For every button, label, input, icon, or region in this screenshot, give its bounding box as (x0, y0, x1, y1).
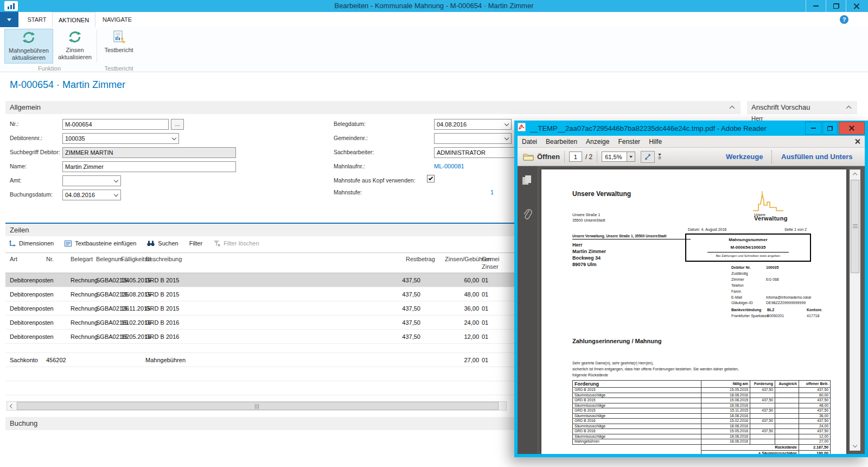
chevron-up-icon (853, 173, 857, 177)
amt-value (63, 176, 120, 179)
debitorennr-combo[interactable]: 100035 (62, 133, 179, 144)
application-menu-button[interactable] (0, 12, 18, 27)
pdf-blz-value: 50050201 (767, 313, 807, 319)
scroll-down-button[interactable] (850, 441, 860, 449)
collapse-icon[interactable] (730, 106, 735, 111)
pdf-addr-line: Bockweg 34 (572, 255, 606, 261)
page-number-input[interactable] (569, 152, 582, 162)
testbericht-button[interactable]: ★★ Testbericht (100, 29, 138, 64)
col-gemeinde[interactable]: Gemei (482, 256, 499, 262)
filter-button[interactable]: Filter (189, 240, 202, 247)
menu-datei[interactable]: Datei (518, 138, 541, 146)
sachbearbeiter-field[interactable] (434, 147, 521, 158)
open-button[interactable]: Öffnen (537, 153, 560, 161)
werkzeuge-button[interactable]: Werkzeuge (726, 153, 763, 161)
mahngebuehren-aktualisieren-button[interactable]: Mahngebühren aktualisieren (4, 29, 53, 64)
textbausteine-button[interactable]: Textbausteine einfügen (65, 240, 136, 247)
pdf-info-value: DE98ZZZ09999999999 (766, 301, 806, 305)
cell-beschreibung: Mahngebühren (145, 357, 186, 363)
col-restbetrag[interactable]: Restbetrag (406, 256, 435, 262)
menu-anzeige[interactable]: Anzeige (582, 138, 614, 146)
pdf-datum: Datum: 4. August 2016 (688, 228, 726, 231)
cell-gemeinde: 01 (482, 357, 488, 363)
chevron-left-icon (9, 403, 14, 408)
minimize-icon (811, 128, 816, 129)
restore-button[interactable] (822, 122, 838, 135)
cell-belegart: Rechnung (71, 305, 98, 312)
belegdatum-value: 04.08.2016 (435, 119, 511, 129)
suchen-button[interactable]: Suchen (147, 240, 178, 247)
col-nr[interactable]: Nr. (46, 256, 54, 262)
menu-fenster[interactable]: Fenster (614, 138, 644, 146)
section-header-anschrift-vorschau[interactable]: Anschrift Vorschau (747, 101, 857, 114)
toolbar-label: Filter (189, 240, 202, 247)
suchbegriff-field[interactable] (62, 147, 236, 158)
restore-button[interactable] (826, 0, 846, 12)
scrollbar-thumb[interactable] (851, 180, 859, 273)
pdf-addr-line: 89079 Ulm (572, 261, 606, 268)
debitorennr-value: 100035 (63, 134, 178, 143)
minimize-button[interactable] (806, 0, 826, 12)
help-icon[interactable]: ? (840, 15, 848, 24)
col-gemeinde-line2[interactable]: Zinser (482, 263, 499, 270)
cell-restbetrag: 437,50 (331, 291, 420, 298)
adobe-titlebar[interactable]: __TEMP__2aa07ac7295446b7ba82235dc446e24c… (518, 121, 865, 136)
section-header-allgemein[interactable]: Allgemein (5, 101, 741, 114)
open-folder-icon[interactable] (523, 153, 534, 161)
cell-restbetrag: 437,50 (331, 305, 420, 312)
nr-label: Nr.: (10, 121, 18, 127)
mahnlaufnr-link[interactable]: ML-000081 (434, 163, 464, 169)
attachments-paperclip-icon[interactable] (522, 209, 532, 225)
scrollbar-grip (853, 224, 858, 229)
pdf-table-row: Säumniszuschläge18.08.201612,00 (573, 434, 831, 439)
adobe-reader-window: __TEMP__2aa07ac7295446b7ba82235dc446e24c… (514, 121, 868, 457)
filter-loeschen-button[interactable]: Filter löschen (213, 240, 259, 247)
tab-aktionen[interactable]: AKTIONEN (52, 12, 95, 27)
zoom-dropdown-button[interactable] (627, 152, 635, 161)
page-thumbnails-icon[interactable] (521, 175, 533, 188)
pdf-logo-skyline (752, 188, 784, 214)
cell-art: Debitorenposten (10, 291, 54, 298)
pdf-table-row: GRD B 201515.11.2015437,50437,50 (573, 408, 831, 414)
close-button[interactable] (839, 122, 865, 135)
close-document-icon[interactable] (855, 138, 860, 144)
scrollbar-thumb[interactable] (17, 402, 499, 410)
toolbar-more-button[interactable]: ≡ (658, 154, 661, 160)
name-label: Name: (10, 163, 27, 169)
scroll-up-button[interactable] (850, 171, 860, 179)
col-art[interactable]: Art (10, 256, 17, 262)
menu-bearbeiten[interactable]: Bearbeiten (541, 138, 582, 146)
nr-assist-button[interactable]: ... (171, 119, 184, 130)
close-button[interactable] (846, 0, 866, 12)
nr-field[interactable] (62, 119, 169, 130)
minimize-button[interactable] (805, 122, 821, 135)
toolbar-label: Suchen (158, 240, 178, 247)
col-belegart[interactable]: Belegart (71, 256, 93, 262)
dimensionen-button[interactable]: Dimensionen (9, 240, 54, 247)
belegdatum-combo[interactable]: 04.08.2016 (434, 119, 512, 130)
cell-gemeinde: 01 (482, 333, 488, 340)
col-beschreibung[interactable]: Beschreibung (145, 256, 182, 262)
mahnlaufnr-label: Mahnlaufnr.: (334, 163, 365, 169)
close-icon (853, 3, 859, 9)
pdf-vertical-scrollbar[interactable] (850, 169, 860, 451)
gemeindenr-combo[interactable] (434, 133, 512, 144)
zoom-combo[interactable]: 61,5% (602, 152, 635, 162)
fit-page-button[interactable] (641, 151, 655, 163)
amt-combo[interactable] (62, 175, 121, 186)
tab-navigate[interactable]: NAVIGATE (97, 12, 138, 27)
gemeindenr-value (435, 134, 511, 137)
tab-start[interactable]: START (23, 12, 51, 27)
zinsen-aktualisieren-button[interactable]: Zinsen aktualisieren (55, 29, 94, 64)
menu-hilfe[interactable]: Hilfe (644, 138, 666, 146)
name-field[interactable] (62, 161, 236, 172)
pdf-bank-label: Bankverbindung (731, 307, 767, 313)
horizontal-scrollbar[interactable] (7, 401, 507, 411)
cell-zinsen: 36,00 (418, 305, 479, 312)
ausfuellen-button[interactable]: Ausfüllen und Unters (781, 153, 852, 161)
pdf-col-forderung-betrag: Forderung (750, 381, 775, 388)
collapse-icon[interactable] (846, 106, 852, 111)
buchungsdatum-combo[interactable]: 04.08.2016 (62, 190, 121, 200)
mahnstufe-kopf-checkbox[interactable] (427, 175, 435, 182)
scroll-left-button[interactable] (7, 402, 16, 410)
